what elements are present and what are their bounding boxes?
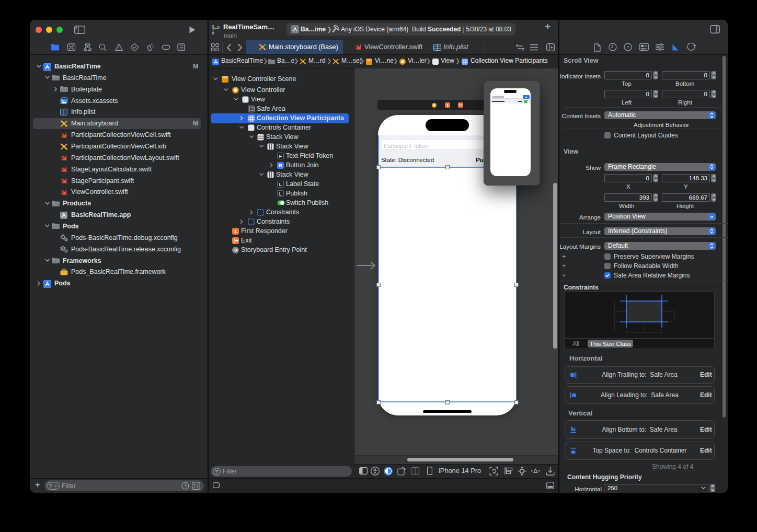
svg-text:F: F: [279, 153, 282, 158]
svg-text:L: L: [279, 181, 282, 187]
svg-text:1: 1: [446, 103, 449, 107]
svg-text:L: L: [279, 191, 282, 196]
svg-text:?: ?: [626, 44, 629, 50]
svg-text:B: B: [279, 163, 282, 168]
svg-text:1: 1: [234, 228, 237, 234]
